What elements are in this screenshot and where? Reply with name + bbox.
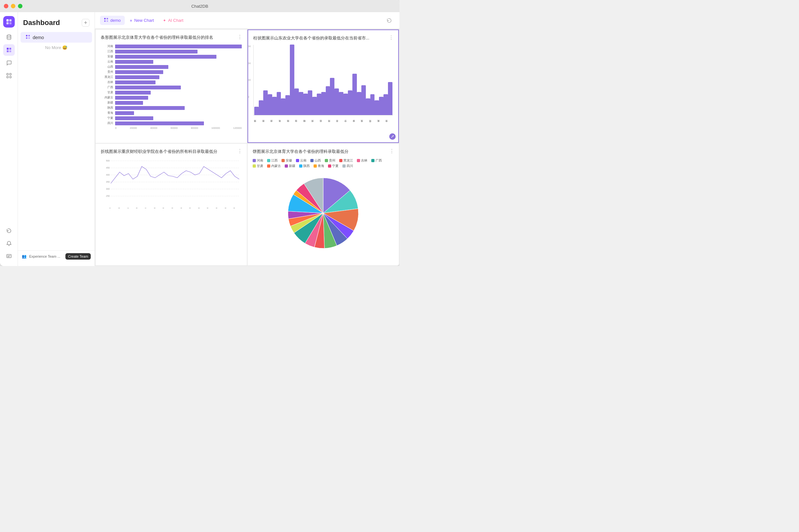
svg-text:浙江省: 浙江省 bbox=[153, 207, 155, 209]
svg-text:250: 250 bbox=[106, 195, 110, 197]
legend-color bbox=[253, 159, 256, 162]
refresh-button[interactable] bbox=[384, 15, 394, 26]
legend-item: 河南 bbox=[253, 158, 263, 163]
chart-2-expand[interactable] bbox=[389, 133, 396, 140]
dashboard-icon-btn[interactable] bbox=[3, 44, 15, 56]
legend-item: 江西 bbox=[267, 158, 278, 163]
sidebar-item-demo[interactable]: demo bbox=[20, 32, 92, 43]
legend-label: 云南 bbox=[300, 158, 306, 163]
refresh-icon-btn[interactable] bbox=[3, 225, 15, 236]
svg-rect-6 bbox=[9, 48, 11, 50]
minimize-button[interactable] bbox=[11, 4, 15, 8]
legend-label: 青海 bbox=[318, 164, 324, 168]
nav-title: Dashboard bbox=[23, 19, 60, 27]
legend-label: 贵州 bbox=[329, 158, 335, 163]
app-body: Dashboard + demo No More 😅 👥 Experience bbox=[0, 12, 400, 266]
chart-2-title: 柱状图展示山东农业大学在各个省份的录取最低分在当前省市... bbox=[253, 35, 393, 41]
tab-demo[interactable]: demo bbox=[100, 16, 125, 25]
legend-item: 宁夏 bbox=[328, 164, 339, 168]
legend-item: 甘肃 bbox=[253, 164, 263, 168]
no-more-text: No More 😅 bbox=[18, 43, 95, 53]
legend-item: 陕西 bbox=[299, 164, 310, 168]
chart-3-menu[interactable]: ⋮ bbox=[237, 148, 242, 154]
legend-item: 吉林 bbox=[357, 158, 368, 163]
legend-color bbox=[357, 159, 360, 162]
svg-rect-10 bbox=[10, 73, 11, 75]
legend-color bbox=[281, 159, 285, 162]
svg-text:海南省: 海南省 bbox=[198, 207, 200, 209]
chart-2-body: 200,000150,000100,00050,0000淄博市潍坊市济南市青岛市… bbox=[253, 45, 393, 131]
charts-grid: 条形图展示北京体育大学在各个省份的理科录取最低分的排名 ⋮ 河南 江西 安徽 bbox=[95, 29, 400, 266]
svg-rect-19 bbox=[107, 18, 108, 20]
legend-color bbox=[339, 159, 342, 162]
title-bar: Chat2DB bbox=[0, 0, 400, 12]
svg-rect-8 bbox=[9, 50, 11, 52]
nav-sidebar: Dashboard + demo No More 😅 👥 Experience bbox=[18, 12, 95, 266]
svg-rect-14 bbox=[26, 35, 27, 37]
legend-item: 内蒙古 bbox=[267, 164, 281, 168]
close-button[interactable] bbox=[4, 4, 8, 8]
svg-rect-5 bbox=[7, 48, 9, 50]
svg-rect-2 bbox=[6, 22, 9, 24]
legend-color bbox=[371, 159, 374, 162]
legend-color bbox=[328, 165, 331, 168]
create-team-button[interactable]: Create Team bbox=[66, 253, 91, 260]
svg-text:山东省: 山东省 bbox=[171, 207, 173, 209]
legend-label: 甘肃 bbox=[257, 164, 263, 168]
bottom-team-area: 👥 Experience Team ... Create Team bbox=[18, 250, 95, 262]
svg-point-4 bbox=[7, 35, 11, 37]
tab-ai-chart[interactable]: ✦ AI Chart bbox=[159, 16, 187, 25]
svg-rect-18 bbox=[104, 18, 106, 20]
message-icon-btn[interactable] bbox=[3, 251, 15, 262]
legend-label: 内蒙古 bbox=[271, 164, 281, 168]
svg-text:陕西省: 陕西省 bbox=[224, 207, 226, 209]
legend-label: 黑龙江 bbox=[343, 158, 353, 163]
legend-item: 贵州 bbox=[325, 158, 335, 163]
svg-rect-17 bbox=[29, 38, 30, 39]
add-dashboard-button[interactable]: + bbox=[82, 19, 90, 26]
svg-text:青海省: 青海省 bbox=[233, 207, 235, 209]
brand-button[interactable] bbox=[3, 16, 15, 27]
svg-rect-0 bbox=[6, 19, 9, 21]
chart-2-card: 柱状图展示山东农业大学在各个省份的录取最低分在当前省市... ⋮ 200,000… bbox=[247, 30, 399, 143]
svg-text:内蒙古: 内蒙古 bbox=[127, 207, 129, 209]
pie-svg bbox=[272, 171, 374, 255]
chart-4-menu[interactable]: ⋮ bbox=[389, 148, 394, 154]
svg-rect-16 bbox=[26, 38, 27, 39]
bell-icon-btn[interactable] bbox=[3, 238, 15, 249]
svg-text:350: 350 bbox=[106, 181, 110, 183]
maximize-button[interactable] bbox=[18, 4, 22, 8]
svg-text:福建省: 福建省 bbox=[162, 207, 164, 209]
svg-rect-13 bbox=[7, 254, 11, 258]
svg-text:450: 450 bbox=[106, 167, 110, 169]
pie-svg-wrapper bbox=[253, 171, 394, 255]
chart-4-card: 饼图展示北京体育大学在各个省份的理科录取最低分 ⋮ 河南 江西 安徽 云南 山西… bbox=[247, 144, 399, 266]
tab-new-chart[interactable]: + New Chart bbox=[126, 16, 158, 25]
grid-icon-btn[interactable] bbox=[3, 70, 15, 81]
demo-icon bbox=[26, 35, 30, 40]
svg-rect-3 bbox=[9, 22, 12, 24]
chart-3-title: 折线图展示重庆财经职业学院在各个省份的所有科目录取最低分 bbox=[101, 149, 242, 154]
legend-item: 广西 bbox=[371, 158, 382, 163]
legend-color bbox=[296, 159, 299, 162]
window-controls bbox=[4, 4, 22, 8]
svg-rect-1 bbox=[9, 19, 12, 21]
legend-color bbox=[299, 165, 302, 168]
database-icon-btn[interactable] bbox=[3, 32, 15, 43]
legend-label: 陕西 bbox=[303, 164, 310, 168]
nav-header: Dashboard + bbox=[18, 16, 95, 32]
svg-text:500: 500 bbox=[106, 159, 110, 162]
svg-text:河北省: 河北省 bbox=[118, 207, 120, 209]
chart-2-menu[interactable]: ⋮ bbox=[389, 35, 394, 41]
svg-text:湖北省: 湖北省 bbox=[180, 207, 182, 209]
svg-text:北京市: 北京市 bbox=[109, 207, 111, 209]
legend-item: 安徽 bbox=[281, 158, 292, 163]
legend-item: 黑龙江 bbox=[339, 158, 353, 163]
svg-text:400: 400 bbox=[106, 174, 110, 176]
chat-icon-btn[interactable] bbox=[3, 57, 15, 69]
chart-1-menu[interactable]: ⋮ bbox=[237, 34, 242, 40]
legend-label: 四川 bbox=[347, 164, 353, 168]
legend-color bbox=[325, 159, 328, 162]
legend-label: 安徽 bbox=[286, 158, 292, 163]
svg-rect-12 bbox=[10, 76, 11, 78]
